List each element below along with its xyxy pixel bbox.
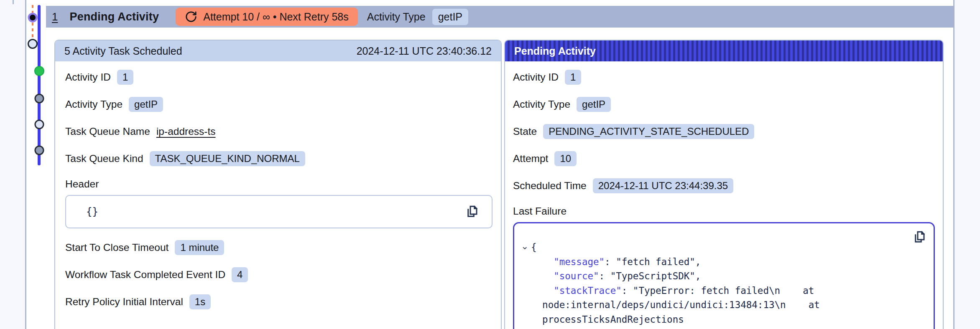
- field-value-badge: 1: [117, 70, 133, 85]
- field-value-badge: 1 minute: [175, 240, 224, 255]
- field-value-badge: TASK_QUEUE_KIND_NORMAL: [150, 151, 305, 166]
- header-code-value: {}: [86, 206, 98, 218]
- timeline-history-line: [38, 5, 41, 165]
- field-label: State: [513, 126, 537, 137]
- header-section-label: Header: [65, 178, 491, 192]
- attempt-retry-badge: Attempt 10 / ∞ • Next Retry 58s: [176, 8, 358, 26]
- left-panel-header: 5 Activity Task Scheduled 2024-12-11 UTC…: [55, 40, 501, 61]
- field-scheduled-time: Scheduled Time 2024-12-11 UTC 23:44:39.3…: [513, 178, 934, 193]
- field-label: Attempt: [513, 153, 548, 164]
- field-label: Activity Type: [65, 99, 122, 110]
- left-panel-timestamp: 2024-12-11 UTC 23:40:36.12: [357, 45, 492, 57]
- retry-icon: [185, 10, 197, 23]
- field-activity-id: Activity ID 1: [65, 70, 491, 85]
- field-label: Activity ID: [65, 71, 111, 83]
- field-value-badge: 1s: [189, 294, 211, 309]
- previous-row-border-tick: [13, 0, 14, 4]
- event-title: Pending Activity: [69, 10, 159, 23]
- field-label: Retry Policy Initial Interval: [65, 296, 183, 308]
- right-panel-title: Pending Activity: [514, 45, 596, 57]
- field-value-badge: getIP: [129, 97, 163, 112]
- activity-type-badge: getIP: [432, 9, 468, 25]
- field-value-badge: 2024-12-11 UTC 23:44:39.35: [593, 178, 733, 193]
- field-value-badge: 1: [565, 70, 581, 85]
- field-label: Task Queue Kind: [65, 153, 143, 164]
- field-start-to-close-timeout: Start To Close Timeout 1 minute: [65, 240, 491, 255]
- timeline-dot-gray[interactable]: [35, 146, 44, 155]
- last-failure-json: { "message": "fetch failed", "source": "…: [531, 240, 925, 329]
- field-task-queue-kind: Task Queue Kind TASK_QUEUE_KIND_NORMAL: [65, 151, 491, 166]
- timeline-dot-green[interactable]: [34, 66, 44, 76]
- timeline-dot-light[interactable]: [35, 120, 44, 129]
- header-code-box: {}: [65, 195, 493, 228]
- field-value-badge: 10: [554, 151, 577, 166]
- copy-icon[interactable]: [464, 204, 479, 219]
- field-retry-policy-initial-interval: Retry Policy Initial Interval 1s: [65, 294, 491, 309]
- timeline-dot-gray[interactable]: [35, 94, 44, 104]
- pending-activity-panel: Pending Activity Activity ID 1 Activity …: [504, 40, 944, 329]
- field-value-badge: getIP: [577, 97, 611, 112]
- task-queue-link[interactable]: ip-address-ts: [156, 126, 216, 137]
- timeline-dot-open[interactable]: [28, 39, 38, 49]
- field-workflow-task-completed-event-id: Workflow Task Completed Event ID 4: [65, 267, 491, 282]
- field-value-badge: PENDING_ACTIVITY_STATE_SCHEDULED: [543, 124, 754, 139]
- field-label: Start To Close Timeout: [65, 242, 168, 253]
- left-panel-title: 5 Activity Task Scheduled: [64, 45, 182, 57]
- field-activity-type: Activity Type getIP: [513, 97, 934, 112]
- last-failure-label: Last Failure: [513, 205, 934, 219]
- timeline-dot-selected[interactable]: [30, 15, 36, 20]
- copy-icon[interactable]: [911, 230, 926, 245]
- field-value-badge: 4: [232, 267, 248, 282]
- activity-task-scheduled-panel: 5 Activity Task Scheduled 2024-12-11 UTC…: [54, 40, 502, 329]
- field-state: State PENDING_ACTIVITY_STATE_SCHEDULED: [513, 124, 934, 139]
- field-label: Activity ID: [513, 71, 559, 83]
- last-failure-code-block: ⌄ { "message": "fetch failed", "source":…: [513, 222, 935, 329]
- field-label: Activity Type: [513, 99, 570, 110]
- collapse-chevron-icon[interactable]: ⌄: [521, 242, 528, 251]
- field-label: Task Queue Name: [65, 126, 150, 137]
- event-id-link[interactable]: 1: [52, 10, 58, 23]
- field-activity-id: Activity ID 1: [513, 70, 934, 85]
- field-attempt: Attempt 10: [513, 151, 934, 166]
- field-activity-type: Activity Type getIP: [65, 97, 491, 112]
- activity-type-label: Activity Type: [367, 11, 426, 23]
- field-label: Scheduled Time: [513, 180, 587, 192]
- right-panel-header: Pending Activity: [505, 40, 943, 61]
- attempt-badge-text: Attempt 10 / ∞ • Next Retry 58s: [203, 11, 349, 23]
- event-row-header[interactable]: 1 Pending Activity Attempt 10 / ∞ • Next…: [46, 6, 954, 28]
- field-task-queue-name: Task Queue Name ip-address-ts: [65, 124, 491, 139]
- field-label: Workflow Task Completed Event ID: [65, 269, 225, 281]
